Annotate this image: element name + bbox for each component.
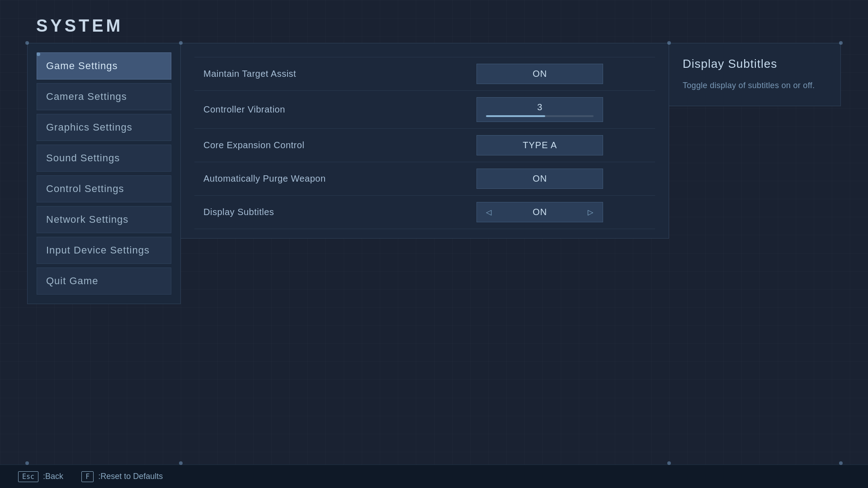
setting-row-core-expansion-control: Core Expansion Control TYPE A — [194, 129, 655, 162]
corner-dot-bl — [25, 461, 29, 465]
nav-item-game-settings[interactable]: Game Settings — [37, 52, 171, 80]
nav-list: Game Settings Camera Settings Graphics S… — [37, 52, 171, 264]
nav-item-input-device-settings[interactable]: Input Device Settings — [37, 237, 171, 264]
arrow-left-icon[interactable]: ◁ — [486, 208, 492, 216]
nav-item-network-settings[interactable]: Network Settings — [37, 206, 171, 233]
setting-label-display-subtitles: Display Subtitles — [194, 196, 425, 229]
value-box-display-subtitles[interactable]: ◁ ON ▷ — [476, 202, 603, 222]
setting-value-controller-vibration[interactable]: 3 — [425, 91, 656, 129]
slider-controller-vibration[interactable]: 3 — [476, 97, 603, 122]
esc-key-badge: Esc — [18, 471, 38, 482]
setting-label-core-expansion-control: Core Expansion Control — [194, 129, 425, 162]
setting-value-auto-purge-weapon[interactable]: ON — [425, 162, 656, 196]
corner-dot-tr — [179, 41, 183, 45]
corner-dot-br — [179, 461, 183, 465]
bottom-hint-reset: F :Reset to Defaults — [81, 471, 163, 482]
arrow-right-icon[interactable]: ▷ — [588, 208, 594, 216]
quit-game-button[interactable]: Quit Game — [37, 267, 171, 295]
setting-value-maintain-target-assist[interactable]: ON — [425, 57, 656, 91]
middle-panel-wrapper: Maintain Target Assist ON Controller Vib… — [181, 43, 669, 463]
middle-panel: Maintain Target Assist ON Controller Vib… — [181, 43, 669, 239]
bottom-bar: Esc :Back F :Reset to Defaults — [0, 465, 868, 488]
left-panel: Game Settings Camera Settings Graphics S… — [27, 43, 181, 304]
value-box-core-expansion[interactable]: TYPE A — [476, 135, 603, 155]
corner-dot-right-br — [839, 461, 843, 465]
setting-label-auto-purge-weapon: Automatically Purge Weapon — [194, 162, 425, 196]
setting-label-controller-vibration: Controller Vibration — [194, 91, 425, 129]
setting-value-display-subtitles[interactable]: ◁ ON ▷ — [425, 196, 656, 229]
f-key-badge: F — [81, 471, 94, 482]
slider-fill — [486, 115, 545, 117]
setting-row-controller-vibration: Controller Vibration 3 — [194, 91, 655, 129]
nav-item-control-settings[interactable]: Control Settings — [37, 175, 171, 202]
corner-dot-mid-br — [667, 461, 671, 465]
setting-row-maintain-target-assist: Maintain Target Assist ON — [194, 57, 655, 91]
page-title: SYSTEM — [36, 16, 123, 36]
corner-dot-right-tr — [839, 41, 843, 45]
quit-section: Quit Game — [37, 264, 171, 295]
slider-track[interactable] — [486, 115, 594, 117]
value-box-auto-purge[interactable]: ON — [476, 169, 603, 189]
bottom-hint-back: Esc :Back — [18, 471, 63, 482]
setting-label-maintain-target-assist: Maintain Target Assist — [194, 57, 425, 91]
main-container: Game Settings Camera Settings Graphics S… — [27, 43, 841, 463]
detail-title: Display Subtitles — [683, 57, 827, 71]
left-panel-wrapper: Game Settings Camera Settings Graphics S… — [27, 43, 181, 463]
settings-table: Maintain Target Assist ON Controller Vib… — [194, 57, 655, 229]
display-subtitles-value: ON — [533, 207, 547, 217]
setting-value-core-expansion-control[interactable]: TYPE A — [425, 129, 656, 162]
right-panel: Display Subtitles Toggle display of subt… — [669, 43, 841, 106]
slider-value-label: 3 — [537, 102, 542, 113]
nav-item-sound-settings[interactable]: Sound Settings — [37, 145, 171, 172]
value-box-maintain-target-assist[interactable]: ON — [476, 64, 603, 84]
detail-description: Toggle display of subtitles on or off. — [683, 79, 827, 92]
right-panel-wrapper: Display Subtitles Toggle display of subt… — [669, 43, 841, 463]
corner-dot-tl — [25, 41, 29, 45]
nav-item-graphics-settings[interactable]: Graphics Settings — [37, 114, 171, 141]
reset-label: :Reset to Defaults — [98, 472, 163, 481]
setting-row-display-subtitles: Display Subtitles ◁ ON ▷ — [194, 196, 655, 229]
setting-row-auto-purge-weapon: Automatically Purge Weapon ON — [194, 162, 655, 196]
nav-item-camera-settings[interactable]: Camera Settings — [37, 83, 171, 110]
corner-dot-mid-tr — [667, 41, 671, 45]
back-label: :Back — [43, 472, 63, 481]
